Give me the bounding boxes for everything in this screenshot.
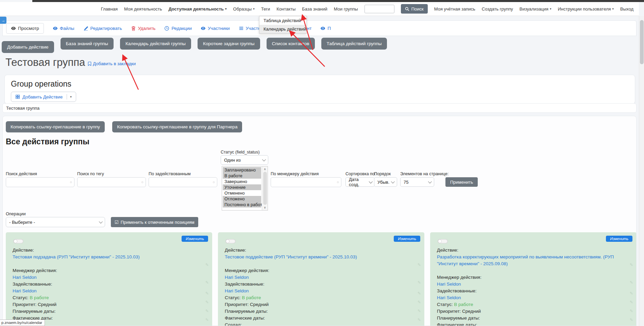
sort-by-select[interactable]: Дата созд. bbox=[345, 177, 375, 187]
status-option[interactable]: Уточнение bbox=[223, 184, 261, 190]
action-title-link[interactable]: Тестовое поддействие (РУП "Институт врем… bbox=[225, 254, 357, 259]
card-select-toggle[interactable] bbox=[13, 239, 23, 243]
nav-link-visualization[interactable]: Визуализация▾ bbox=[520, 6, 552, 12]
by-manager-input[interactable] bbox=[271, 177, 341, 187]
priority-text: Приоритет: Средний bbox=[13, 301, 205, 308]
apply-to-checked-button[interactable]: ☑ Применить к отмеченным позициям bbox=[111, 217, 198, 227]
group-knowledge-base-button[interactable]: База знаний группы bbox=[61, 38, 114, 50]
status-option[interactable]: Завершено bbox=[223, 179, 261, 184]
nav-link-home[interactable]: Главная bbox=[101, 6, 118, 12]
nav-link-available-activity[interactable]: Доступная деятельность▾ bbox=[168, 6, 226, 12]
involved-link[interactable]: Hari Seldon bbox=[13, 288, 37, 293]
action-card: Изменить Действие: Тестовая подзадача (Р… bbox=[6, 232, 212, 326]
chevron-down-icon[interactable]: ▾ bbox=[69, 95, 72, 98]
scroll-down-icon[interactable]: ∨ bbox=[264, 206, 266, 209]
group-short-tasks-button[interactable]: Короткие задачи группы bbox=[198, 38, 260, 50]
order-select[interactable]: Убыв. bbox=[374, 177, 397, 187]
action-title-link[interactable]: Тестовая подзадача (РУП "Институт времен… bbox=[13, 254, 140, 259]
status-value: В работе bbox=[242, 295, 261, 300]
edit-button[interactable]: Изменить bbox=[606, 236, 632, 242]
group-actions-calendar-button[interactable]: Календарь действий группы bbox=[120, 38, 191, 50]
group-operations-heading: Group operations bbox=[11, 79, 635, 89]
manager-link[interactable]: Hari Seldon bbox=[437, 282, 461, 287]
bookmark-icon bbox=[87, 61, 92, 66]
nav-link-logout[interactable]: Выход bbox=[620, 6, 633, 12]
nav-link-my-activity[interactable]: Моя деятельность bbox=[124, 6, 162, 12]
nav-link-knowledge-base[interactable]: База знаний bbox=[302, 6, 327, 12]
status-option[interactable]: Отменено bbox=[223, 190, 261, 196]
search-button[interactable]: Поиск bbox=[401, 4, 428, 14]
card-select-toggle[interactable] bbox=[225, 239, 236, 243]
nav-link-user-instructions[interactable]: Инструкции пользователя▾ bbox=[558, 6, 614, 12]
pencil-icon: ✎ bbox=[205, 308, 209, 314]
group-name-bar: Тестовая группа bbox=[2, 103, 637, 113]
page-scrollbar[interactable] bbox=[639, 16, 644, 326]
status-value: В работе bbox=[454, 302, 473, 307]
nav-link-samples[interactable]: Образцы▾ bbox=[233, 6, 255, 12]
scrollbar-thumb[interactable] bbox=[263, 172, 267, 205]
entity-tab-bar: Просмотр Файлы Редактировать Удалить Ред… bbox=[2, 20, 637, 36]
tab-members-view[interactable]: Участники bbox=[201, 26, 230, 31]
status-bar-url: p.znaem.by/ru/calendar bbox=[0, 320, 45, 326]
group-shortcut-buttons: Добавить действие База знаний группы Кал… bbox=[2, 38, 387, 53]
card-select-toggle[interactable] bbox=[438, 239, 448, 243]
copy-partner-invite-link-button[interactable]: Копировать ссылку-приглашение в группу д… bbox=[112, 121, 242, 132]
dropdown-item-actions-table[interactable]: Таблица действий bbox=[259, 16, 306, 25]
list-icon bbox=[239, 26, 244, 31]
group-actions-table-button[interactable]: Таблица действий группы bbox=[321, 38, 387, 50]
manager-label: Менеджер действия: bbox=[225, 267, 418, 274]
status-option[interactable]: Отложено bbox=[223, 196, 261, 202]
tab-truncated[interactable]: П bbox=[320, 26, 331, 31]
status-mode-select[interactable]: Один из bbox=[221, 155, 268, 165]
per-page-select[interactable]: 75 bbox=[400, 177, 434, 187]
actual-dates-label: Фактические даты: bbox=[225, 315, 418, 322]
involved-link[interactable]: Hari Seldon bbox=[437, 295, 461, 300]
pencil-icon: ✎ bbox=[205, 262, 209, 268]
tab-edit[interactable]: Редактировать bbox=[83, 26, 122, 31]
invite-buttons-row: Копировать ссылку-приглашение в группу К… bbox=[6, 121, 242, 132]
nav-link-my-groups[interactable]: Мои группы bbox=[334, 6, 358, 12]
search-input[interactable] bbox=[365, 5, 394, 13]
listbox-scrollbar[interactable]: ∧ ∨ bbox=[262, 166, 268, 210]
actual-dates-label: Фактические даты: bbox=[437, 322, 630, 326]
apply-filters-button[interactable]: Применить bbox=[445, 177, 478, 187]
tab-files[interactable]: Файлы bbox=[53, 26, 74, 31]
search-action-label: Поиск действия bbox=[6, 171, 37, 176]
involved-link[interactable]: Hari Seldon bbox=[225, 288, 249, 293]
tab-view[interactable]: Просмотр bbox=[6, 23, 44, 34]
sidebar-expand-button[interactable]: → bbox=[0, 17, 6, 24]
tab-revisions[interactable]: Редакции bbox=[164, 26, 192, 31]
chevron-down-icon: ▾ bbox=[253, 7, 255, 11]
dropdown-item-actions-calendar[interactable]: Календарь действий bbox=[259, 25, 306, 33]
pencil-icon: ✎ bbox=[630, 300, 633, 306]
add-action-button[interactable]: Добавить действие bbox=[2, 41, 54, 53]
clock-icon bbox=[164, 26, 169, 31]
edit-button[interactable]: Изменить bbox=[182, 236, 208, 242]
page-title: Тестовая группа bbox=[5, 56, 85, 69]
nav-link-tags[interactable]: Теги bbox=[261, 6, 270, 12]
status-option[interactable]: Постоянно в работе bbox=[223, 202, 261, 207]
add-action-split-button[interactable]: Добавить Действие ▾ bbox=[11, 92, 76, 102]
tab-delete[interactable]: Удалить bbox=[131, 26, 156, 31]
status-option[interactable]: Запланировано bbox=[223, 167, 261, 173]
scrollbar-thumb[interactable] bbox=[640, 20, 644, 64]
manager-link[interactable]: Hari Seldon bbox=[225, 275, 249, 280]
manager-label: Менеджер действия: bbox=[13, 267, 205, 274]
edit-button[interactable]: Изменить bbox=[394, 236, 420, 242]
operations-label: Операции bbox=[6, 212, 26, 216]
nav-link-create-group[interactable]: Создать группу bbox=[482, 6, 513, 12]
status-option[interactable]: В работе bbox=[223, 173, 261, 179]
group-contacts-list-button[interactable]: Список контактов bbox=[267, 38, 315, 50]
copy-invite-link-button[interactable]: Копировать ссылку-приглашение в группу bbox=[6, 121, 105, 132]
operations-select[interactable]: - Выберите - bbox=[6, 217, 105, 227]
add-bookmark-link[interactable]: Добавить в закладки bbox=[87, 61, 136, 66]
nav-link-my-account[interactable]: Моя учётная запись bbox=[434, 6, 475, 12]
search-tag-input[interactable] bbox=[77, 177, 146, 187]
chevron-down-icon: ▾ bbox=[225, 7, 227, 11]
search-action-input[interactable] bbox=[6, 177, 74, 187]
manager-link[interactable]: Hari Seldon bbox=[13, 275, 37, 280]
nav-link-contacts[interactable]: Контакты bbox=[276, 6, 295, 12]
action-title-link[interactable]: Разработка корректирующих мероприятий по… bbox=[437, 254, 614, 266]
by-involved-input[interactable] bbox=[149, 177, 217, 187]
scroll-up-icon[interactable]: ∧ bbox=[264, 167, 266, 171]
